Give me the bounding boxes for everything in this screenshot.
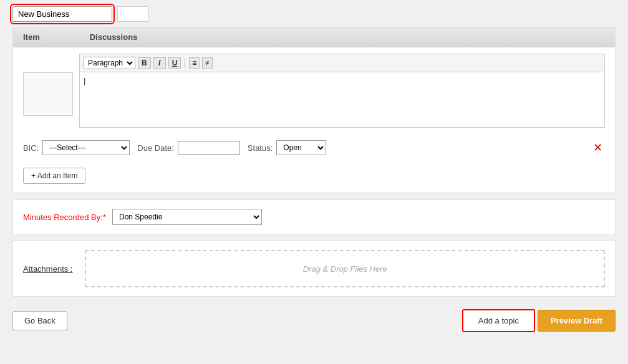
ordered-list-button[interactable]: ≠ xyxy=(202,57,213,69)
item-thumbnail xyxy=(23,72,73,116)
main-card: Item Discussions Paragraph B I U ≡ ≠ xyxy=(12,27,616,193)
drop-zone-text: Drag & Drop Files Here xyxy=(303,264,387,274)
add-topic-button[interactable]: Add a topic xyxy=(462,309,535,332)
status-select[interactable]: Open Closed Pending xyxy=(276,140,326,155)
minutes-label: Minutes Recorded By:* xyxy=(23,213,106,222)
go-back-button[interactable]: Go Back xyxy=(12,311,67,330)
topic-extra-input[interactable] xyxy=(117,6,148,22)
unordered-list-button[interactable]: ≡ xyxy=(189,57,200,69)
bic-select[interactable]: ---Select--- xyxy=(42,140,130,155)
add-item-row: + Add an Item xyxy=(13,161,615,193)
bold-button[interactable]: B xyxy=(138,57,151,69)
col-discussions: Discussions xyxy=(90,32,138,42)
attachments-label: Attachments : xyxy=(23,264,72,274)
editor-area[interactable]: | xyxy=(79,72,605,128)
status-group: Status: Open Closed Pending xyxy=(248,140,326,155)
fields-row: BIC: ---Select--- Due Date: Status: Open… xyxy=(13,134,615,161)
delete-item-button[interactable]: ✕ xyxy=(591,141,605,155)
toolbar-divider xyxy=(185,58,185,68)
item-row: Paragraph B I U ≡ ≠ | xyxy=(13,47,615,134)
drop-zone[interactable]: Drag & Drop Files Here xyxy=(85,250,605,287)
status-label: Status: xyxy=(248,143,273,153)
topic-title-input[interactable] xyxy=(12,6,112,22)
attachments-card: Attachments : Drag & Drop Files Here xyxy=(12,241,616,297)
minutes-card: Minutes Recorded By:* Don Speedie Other … xyxy=(12,199,616,234)
due-date-input[interactable] xyxy=(178,141,240,155)
due-date-label: Due Date: xyxy=(137,143,174,153)
bic-label: BIC: xyxy=(23,143,39,153)
add-item-button[interactable]: + Add an Item xyxy=(23,168,85,184)
table-header: Item Discussions xyxy=(13,27,615,47)
due-date-group: Due Date: xyxy=(137,141,240,155)
underline-button[interactable]: U xyxy=(168,57,181,69)
minutes-select[interactable]: Don Speedie Other Person xyxy=(112,209,262,225)
bic-group: BIC: ---Select--- xyxy=(23,140,130,155)
col-item: Item xyxy=(23,32,40,42)
italic-button[interactable]: I xyxy=(153,57,166,69)
item-right: Paragraph B I U ≡ ≠ | xyxy=(79,54,605,128)
editor-toolbar: Paragraph B I U ≡ ≠ xyxy=(79,54,605,72)
preview-draft-button[interactable]: Preview Draft xyxy=(538,310,616,332)
right-buttons: Add a topic Preview Draft xyxy=(462,309,616,332)
bottom-actions: Go Back Add a topic Preview Draft xyxy=(12,304,616,337)
paragraph-select[interactable]: Paragraph xyxy=(84,57,135,69)
topic-header xyxy=(12,6,616,22)
